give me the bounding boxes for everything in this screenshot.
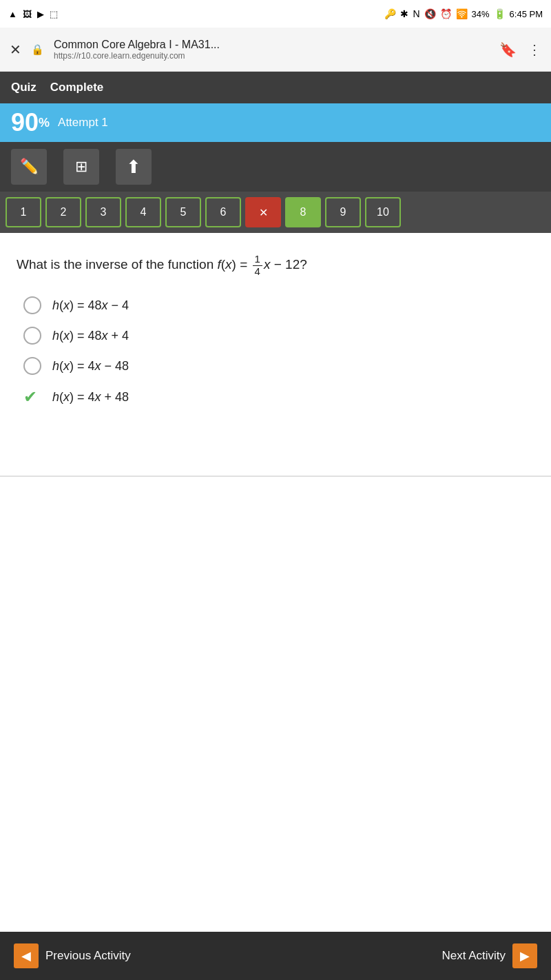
quiz-header: Quiz Complete	[0, 72, 551, 103]
question-num-5[interactable]: 5	[165, 197, 201, 227]
photo-icon: 🖼	[23, 9, 32, 19]
score-bar: 90% Attempt 1	[0, 103, 551, 142]
answer-label-4: h(x) = 4x + 48	[52, 390, 129, 405]
radio-1[interactable]	[23, 296, 41, 314]
battery-icon: 🔋	[494, 8, 506, 19]
close-button[interactable]: ✕	[10, 41, 21, 58]
question-text: What is the inverse of the function f(x)…	[17, 254, 534, 277]
answer-option-3[interactable]: h(x) = 4x − 48	[23, 357, 534, 375]
question-num-10[interactable]: 10	[365, 197, 401, 227]
bluetooth-icon: ✱	[400, 8, 408, 19]
prev-activity-button[interactable]: ◀ Previous Activity	[14, 943, 131, 968]
prev-activity-label: Previous Activity	[45, 949, 131, 963]
alarm-icon: ⏰	[440, 8, 452, 19]
question-num-6[interactable]: 6	[205, 197, 241, 227]
radio-2[interactable]	[23, 327, 41, 345]
divider	[0, 476, 551, 477]
signal-icon: ▲	[8, 9, 17, 19]
next-arrow-icon: ▶	[512, 943, 537, 968]
mute-icon: 🔇	[424, 8, 436, 19]
pencil-tool[interactable]: ✏️	[11, 149, 47, 185]
quiz-label: Quiz	[11, 81, 37, 94]
next-activity-button[interactable]: Next Activity ▶	[441, 943, 537, 968]
score-sup: %	[39, 116, 50, 130]
question-content: What is the inverse of the function f(x)…	[0, 233, 551, 420]
score-value: 90	[11, 108, 39, 137]
toolbar: ✏️ ⊞ ⬆	[0, 142, 551, 192]
question-num-3[interactable]: 3	[85, 197, 121, 227]
answer-label-1: h(x) = 48x − 4	[52, 298, 129, 313]
wifi-icon: 🛜	[456, 8, 468, 19]
browser-title: Common Core Algebra I - MA31...	[54, 39, 490, 51]
question-num-9[interactable]: 9	[325, 197, 361, 227]
lock-icon: 🔒	[31, 43, 44, 56]
status-bar-left: ▲ 🖼 ▶ ⬚	[8, 9, 58, 19]
question-num-1[interactable]: 1	[6, 197, 41, 227]
status-bar: ▲ 🖼 ▶ ⬚ 🔑 ✱ N 🔇 ⏰ 🛜 34% 🔋 6:45 PM	[0, 0, 551, 28]
answer-label-3: h(x) = 4x − 48	[52, 359, 129, 374]
browser-actions: 🔖 ⋮	[499, 41, 541, 58]
browser-url: https://r10.core.learn.edgenuity.com	[54, 51, 490, 61]
graph-tool[interactable]: ⬆	[116, 149, 152, 185]
cast-icon: ⬚	[50, 9, 58, 19]
answer-label-2: h(x) = 48x + 4	[52, 329, 129, 343]
bookmark-icon[interactable]: 🔖	[499, 41, 517, 58]
battery-label: 34%	[472, 9, 490, 19]
status-bar-right: 🔑 ✱ N 🔇 ⏰ 🛜 34% 🔋 6:45 PM	[384, 8, 543, 19]
browser-address: Common Core Algebra I - MA31... https://…	[54, 39, 490, 61]
browser-bar: ✕ 🔒 Common Core Algebra I - MA31... http…	[0, 28, 551, 72]
graph-icon: ⬆	[126, 156, 141, 178]
play-icon: ▶	[37, 9, 44, 19]
question-numbers: 1 2 3 4 5 6 ✕ 8 9 10	[0, 192, 551, 233]
answer-option-4[interactable]: ✔ h(x) = 4x + 48	[23, 387, 534, 407]
correct-checkmark: ✔	[23, 387, 41, 407]
next-activity-label: Next Activity	[441, 949, 506, 963]
prev-arrow-icon: ◀	[14, 943, 39, 968]
more-options-icon[interactable]: ⋮	[528, 41, 541, 58]
footer-nav: ◀ Previous Activity Next Activity ▶	[0, 932, 551, 980]
calculator-icon: ⊞	[75, 158, 87, 176]
key-icon: 🔑	[384, 8, 396, 19]
calculator-tool[interactable]: ⊞	[63, 149, 99, 185]
attempt-label: Attempt 1	[58, 116, 108, 130]
question-num-2[interactable]: 2	[45, 197, 81, 227]
complete-label: Complete	[50, 81, 103, 94]
answer-option-2[interactable]: h(x) = 48x + 4	[23, 327, 534, 345]
answer-options: h(x) = 48x − 4 h(x) = 48x + 4 h(x) = 4x …	[17, 296, 534, 407]
question-num-8[interactable]: 8	[285, 197, 321, 227]
fraction: 14	[253, 254, 262, 277]
pencil-icon: ✏️	[20, 158, 39, 176]
question-num-4[interactable]: 4	[125, 197, 161, 227]
time-label: 6:45 PM	[510, 9, 543, 19]
radio-3[interactable]	[23, 357, 41, 375]
question-num-7[interactable]: ✕	[245, 197, 281, 227]
answer-option-1[interactable]: h(x) = 48x − 4	[23, 296, 534, 314]
n-icon: N	[413, 8, 419, 19]
